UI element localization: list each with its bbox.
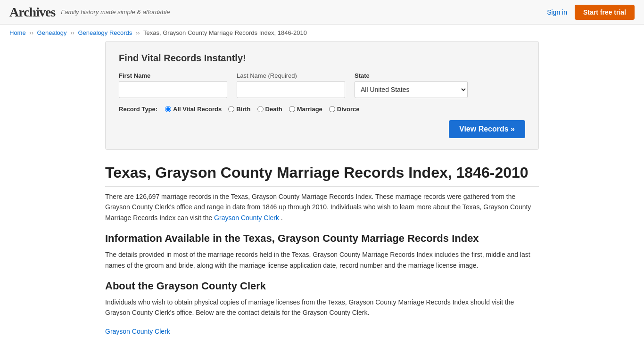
first-name-input[interactable] bbox=[119, 81, 227, 98]
breadcrumb-sep2: ›› bbox=[70, 29, 74, 36]
header-right: Sign in Start free trial bbox=[547, 5, 635, 20]
radio-option-death[interactable]: Death bbox=[257, 106, 282, 113]
last-name-label: Last Name (Required) bbox=[237, 72, 345, 79]
grayson-clerk-link-1[interactable]: Grayson County Clerk bbox=[214, 214, 279, 222]
intro-text: There are 126,697 marriage records in th… bbox=[105, 193, 531, 222]
breadcrumb-current: Texas, Grayson County Marriage Records I… bbox=[143, 29, 307, 36]
last-name-group: Last Name (Required) bbox=[237, 72, 345, 98]
state-label: State bbox=[355, 72, 468, 79]
radio-option-birth[interactable]: Birth bbox=[228, 106, 250, 113]
start-trial-button[interactable]: Start free trial bbox=[575, 5, 635, 20]
breadcrumb-genealogy-records[interactable]: Genealogy Records bbox=[78, 29, 132, 36]
section1-paragraph: The details provided in most of the marr… bbox=[105, 249, 539, 271]
page-title: Texas, Grayson County Marriage Records I… bbox=[105, 164, 539, 187]
search-box: Find Vital Records Instantly! First Name… bbox=[105, 41, 539, 150]
radio-input-marriage[interactable] bbox=[289, 106, 295, 112]
state-select[interactable]: All United StatesAlabamaAlaskaArizonaArk… bbox=[355, 81, 468, 98]
section2-heading: About the Grayson County Clerk bbox=[105, 280, 539, 292]
header-left: Archives Family history made simple & af… bbox=[9, 5, 170, 20]
record-type-row: Record Type: All Vital RecordsBirthDeath… bbox=[119, 106, 525, 113]
radio-input-divorce[interactable] bbox=[329, 106, 335, 112]
view-records-button[interactable]: View Records » bbox=[449, 120, 525, 138]
breadcrumb-home[interactable]: Home bbox=[9, 29, 26, 36]
search-btn-row: View Records » bbox=[119, 120, 525, 138]
breadcrumb-genealogy[interactable]: Genealogy bbox=[37, 29, 67, 36]
radio-option-divorce[interactable]: Divorce bbox=[329, 106, 360, 113]
breadcrumb-sep1: ›› bbox=[29, 29, 33, 36]
search-title: Find Vital Records Instantly! bbox=[119, 53, 525, 64]
breadcrumb-sep3: ›› bbox=[136, 29, 140, 36]
radio-input-death[interactable] bbox=[257, 106, 264, 112]
last-name-input[interactable] bbox=[237, 81, 345, 98]
section1-heading: Information Available in the Texas, Gray… bbox=[105, 232, 539, 245]
site-tagline: Family history made simple & affordable bbox=[61, 8, 170, 16]
intro-end: . bbox=[281, 214, 283, 222]
radio-input-birth[interactable] bbox=[228, 106, 234, 112]
grayson-clerk-link-2[interactable]: Grayson County Clerk bbox=[105, 328, 170, 335]
section2-paragraph: Individuals who wish to obtain physical … bbox=[105, 297, 539, 318]
main-content: Find Vital Records Instantly! First Name… bbox=[96, 41, 548, 354]
radio-option-marriage[interactable]: Marriage bbox=[289, 106, 322, 113]
site-header: Archives Family history made simple & af… bbox=[0, 0, 644, 25]
sign-in-link[interactable]: Sign in bbox=[547, 8, 567, 16]
radio-option-all-vital-records[interactable]: All Vital Records bbox=[165, 106, 222, 113]
intro-paragraph: There are 126,697 marriage records in th… bbox=[105, 191, 539, 223]
radio-options: All Vital RecordsBirthDeathMarriageDivor… bbox=[165, 106, 359, 113]
record-type-label: Record Type: bbox=[119, 106, 157, 113]
site-logo: Archives bbox=[9, 5, 55, 20]
breadcrumb: Home ›› Genealogy ›› Genealogy Records ›… bbox=[0, 25, 644, 41]
search-fields-row: First Name Last Name (Required) State Al… bbox=[119, 72, 525, 98]
radio-input-all-vital-records[interactable] bbox=[165, 106, 171, 112]
state-group: State All United StatesAlabamaAlaskaAriz… bbox=[355, 72, 468, 98]
first-name-group: First Name bbox=[119, 72, 227, 98]
first-name-label: First Name bbox=[119, 72, 227, 79]
